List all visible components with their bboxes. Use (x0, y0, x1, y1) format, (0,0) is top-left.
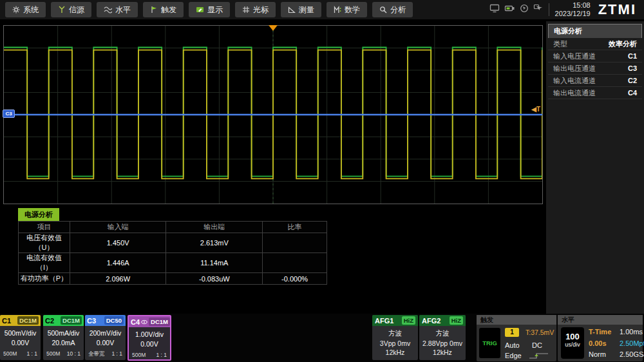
channel-box-c2[interactable]: C2 DC1M 500mA/div 20.0mA 500M 10 : 1 (43, 315, 84, 360)
channel-name: C1 (2, 317, 11, 325)
screen-icon[interactable] (489, 4, 500, 15)
menu-button-trigger[interactable]: 触发 (143, 2, 184, 17)
trigger-mode: Auto (505, 341, 520, 349)
channel-probe: 1 : 1 (156, 352, 167, 358)
brand-logo: ZTMI (598, 1, 636, 18)
afg1-box[interactable]: AFG1 HiZ 方波 3Vpp 0mv 12kHz (372, 315, 418, 360)
display-icon (196, 6, 204, 14)
trigger-type: Edge (505, 352, 522, 359)
trigger-box[interactable]: 触发 TRIG 1 T:37.5mV Auto DC Edge (477, 315, 556, 361)
clock-time: 15:08 (555, 1, 591, 10)
source-icon (58, 6, 66, 14)
channel-bandwidth: 500M (46, 350, 60, 357)
menu-button-cursor[interactable]: 光标 (235, 2, 276, 17)
row-input-value: 2.096W (70, 273, 166, 285)
channel-bandwidth: 500M (3, 350, 17, 357)
afg-frequency: 12kHz (372, 348, 418, 356)
delay-value: 0.00s (589, 339, 607, 347)
trigger-position-marker[interactable] (269, 25, 278, 31)
menu-button-horizontal[interactable]: 水平 (97, 2, 138, 17)
clock-date: 2023/12/19 (555, 10, 591, 18)
menu-button-measure[interactable]: 测量 (281, 2, 321, 17)
channel-box-c1[interactable]: C1 DC1M 500mV/div 0.00V 500M 1 : 1 (0, 315, 41, 360)
main-area: C3 ◀T 电源分析 项目 输入端 输出端 比率 电压有效值（U） 1.450V… (0, 19, 644, 314)
pointer-icon[interactable] (520, 4, 529, 15)
channel-scale: 200mV/div (85, 329, 126, 337)
horizontal-icon (104, 6, 112, 14)
row-input-value: 1.450V (70, 233, 166, 253)
channel-name: C2 (45, 317, 54, 325)
row-item-label: 电流有效值（I） (19, 253, 70, 273)
waveform-svg (4, 26, 542, 204)
channel-scale: 500mV/div (0, 329, 41, 337)
gear-icon (12, 6, 20, 14)
trigger-level-readout: T:37.5mV (526, 329, 554, 336)
channel-probe: 1 : 1 (26, 350, 37, 357)
panel-row-input-current-channel[interactable]: 输入电流通道 C2 (548, 75, 642, 87)
horizontal-box[interactable]: 水平 100 us/div T-Time 1.00ms 0.00s 2.50Mp… (558, 315, 643, 361)
touch-icon[interactable] (533, 4, 543, 15)
row-item-label: 有功功率（P） (19, 273, 70, 285)
afg-amplitude-offset: 3Vpp 0mv (372, 339, 418, 347)
menubar-divider (549, 3, 549, 16)
panel-row-output-current-channel[interactable]: 输出电流通道 C4 (548, 87, 642, 99)
eye-icon (141, 318, 147, 326)
usb-icon[interactable] (504, 4, 515, 15)
row-input-value: 1.446A (70, 253, 166, 273)
trigger-icon (150, 6, 158, 14)
panel-row-input-voltage-channel[interactable]: 输入电压通道 C1 (548, 50, 642, 62)
timebase-indicator: 100 us/div (561, 327, 584, 359)
channel-box-c3[interactable]: C3 DC50 200mV/div 0.00V 全带宽 1 : 1 (85, 315, 126, 360)
panel-row-label: 输入电流通道 (553, 76, 596, 86)
channel-offset: 0.00V (0, 339, 41, 347)
timebase-value: 100 (561, 332, 584, 341)
panel-row-type[interactable]: 类型 效率分析 (548, 38, 642, 50)
power-analysis-panel: 电源分析 类型 效率分析 输入电压通道 C1 输出电压通道 C3 输入电流通道 … (546, 21, 644, 314)
panel-row-value: C3 (628, 64, 637, 72)
channel-marker-c3[interactable]: C3 (3, 110, 15, 118)
analysis-icon (379, 6, 387, 14)
coupling-badge: DC1M (17, 316, 39, 325)
channel-scale: 1.00V/div (129, 330, 170, 338)
afg-amplitude-offset: 2.88Vpp 0mv (419, 339, 466, 347)
channel-scale: 500mA/div (43, 329, 84, 337)
panel-row-label: 输出电流通道 (553, 88, 596, 98)
panel-row-output-voltage-channel[interactable]: 输出电压通道 C3 (548, 62, 642, 75)
col-header-output: 输出端 (166, 222, 263, 233)
menu-button-source[interactable]: 信源 (51, 2, 91, 17)
menu-button-label: 信源 (69, 5, 84, 15)
col-header-ratio: 比率 (263, 222, 327, 233)
panel-row-label: 类型 (553, 39, 567, 49)
menu-button-label: 数学 (345, 5, 360, 15)
rising-edge-icon (528, 351, 550, 362)
row-item-label: 电压有效值（U） (19, 233, 70, 253)
measure-icon (288, 6, 296, 14)
channel-box-c4[interactable]: C4 DC1M 1.00V/div 0.00V 500M 1 : 1 (128, 315, 171, 361)
trigger-level-marker[interactable]: ◀T (531, 106, 540, 113)
menu-buttons: 系统 信源 水平 触发 显示 光标 测量 数学 (5, 2, 413, 17)
afg-waveform: 方波 (419, 329, 466, 338)
sample-rate: 2.50GSa/s (620, 350, 644, 358)
bottom-bar: C1 DC1M 500mV/div 0.00V 500M 1 : 1 C2 DC… (0, 314, 644, 362)
table-row: 电流有效值（I） 1.446A 11.14mA (19, 253, 327, 273)
menu-button-label: 光标 (253, 5, 269, 15)
afg2-box[interactable]: AFG2 HiZ 方波 2.88Vpp 0mv 12kHz (419, 315, 466, 360)
menu-button-math[interactable]: 数学 (327, 2, 367, 17)
memory-points: 2.50Mpts (620, 339, 644, 347)
channel-bandwidth: 全带宽 (88, 350, 105, 358)
menu-button-display[interactable]: 显示 (189, 2, 230, 17)
channel-offset: 0.00V (85, 339, 126, 347)
status-icons (489, 4, 543, 15)
coupling-badge: DC1M (61, 316, 82, 325)
afg-impedance-badge: HiZ (450, 316, 463, 325)
menu-button-analysis[interactable]: 分析 (372, 2, 413, 17)
col-header-item: 项目 (19, 222, 70, 233)
coupling-badge: DC1M (149, 318, 170, 326)
power-analysis-tab[interactable]: 电源分析 (18, 208, 59, 221)
power-analysis-table: 项目 输入端 输出端 比率 电压有效值（U） 1.450V 2.613mV 电流… (18, 221, 327, 285)
menu-button-system[interactable]: 系统 (5, 2, 46, 17)
t-time-value: 1.00ms (620, 328, 643, 336)
afg-name: AFG2 (422, 317, 440, 325)
row-ratio-value (263, 253, 327, 273)
channel-name: C4 (131, 318, 140, 326)
